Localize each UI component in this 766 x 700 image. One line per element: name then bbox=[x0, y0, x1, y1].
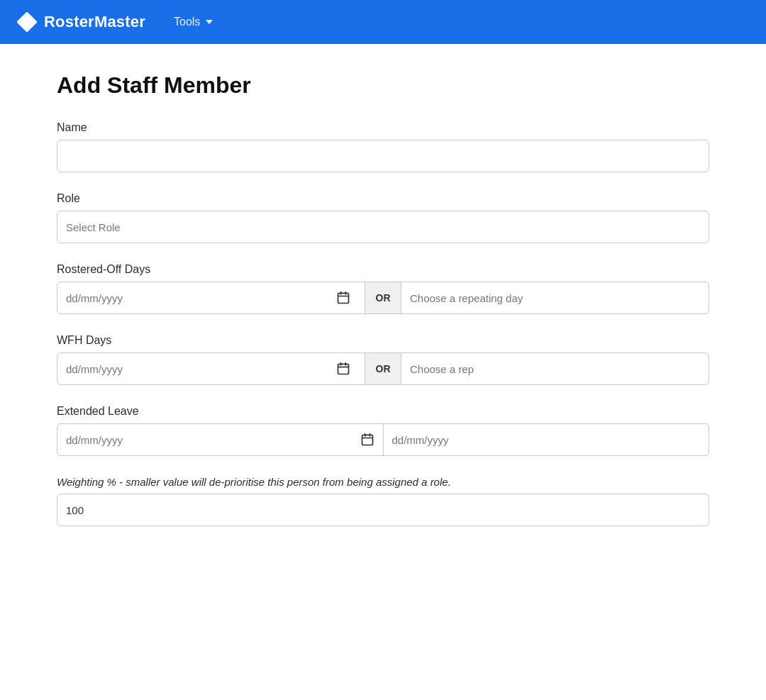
extended-start-input[interactable] bbox=[66, 434, 360, 446]
weighting-group: Weighting % - smaller value will de-prio… bbox=[57, 476, 709, 526]
extended-end-input[interactable] bbox=[392, 434, 701, 446]
svg-rect-2 bbox=[338, 364, 349, 374]
role-label: Role bbox=[57, 192, 709, 205]
logo-icon bbox=[17, 12, 37, 32]
wfh-repeating-input[interactable] bbox=[401, 363, 709, 375]
svg-rect-1 bbox=[338, 293, 349, 303]
header-nav: Tools bbox=[168, 13, 218, 31]
rostered-date-wrapper bbox=[57, 291, 365, 305]
main-content: Add Staff Member Name Role Select Role R… bbox=[0, 44, 766, 574]
extended-leave-group: Extended Leave bbox=[57, 405, 709, 456]
tools-menu[interactable]: Tools bbox=[168, 13, 218, 31]
rostered-date-input[interactable] bbox=[66, 292, 336, 304]
app-header: RosterMaster Tools bbox=[0, 0, 766, 44]
logo-container: RosterMaster bbox=[17, 12, 145, 32]
weighting-label: Weighting % - smaller value will de-prio… bbox=[57, 476, 709, 488]
weighting-input[interactable] bbox=[57, 494, 709, 526]
extended-end-wrapper bbox=[384, 434, 709, 446]
extended-start-wrapper bbox=[57, 433, 383, 447]
rostered-off-group: Rostered-Off Days OR bbox=[57, 263, 709, 314]
rostered-repeating-input[interactable] bbox=[401, 292, 709, 304]
wfh-calendar-icon[interactable] bbox=[336, 362, 350, 376]
role-select[interactable]: Select Role bbox=[57, 211, 709, 243]
wfh-row: OR bbox=[57, 352, 709, 385]
extended-start-calendar-icon[interactable] bbox=[360, 433, 374, 447]
wfh-date-input[interactable] bbox=[66, 363, 336, 375]
rostered-off-row: OR bbox=[57, 282, 709, 314]
wfh-date-wrapper bbox=[57, 362, 365, 376]
tools-label: Tools bbox=[174, 16, 200, 28]
name-input[interactable] bbox=[57, 140, 709, 172]
wfh-group: WFH Days OR bbox=[57, 334, 709, 385]
name-label: Name bbox=[57, 121, 709, 134]
wfh-label: WFH Days bbox=[57, 334, 709, 347]
rostered-calendar-icon[interactable] bbox=[336, 291, 350, 305]
rostered-or-divider: OR bbox=[365, 282, 401, 313]
role-field-group: Role Select Role bbox=[57, 192, 709, 243]
extended-leave-label: Extended Leave bbox=[57, 405, 709, 418]
name-field-group: Name bbox=[57, 121, 709, 172]
wfh-or-divider: OR bbox=[365, 353, 401, 384]
extended-leave-row bbox=[57, 423, 709, 456]
svg-rect-3 bbox=[362, 435, 372, 445]
svg-rect-0 bbox=[17, 12, 37, 32]
rostered-off-label: Rostered-Off Days bbox=[57, 263, 709, 276]
tools-chevron-icon bbox=[206, 20, 213, 24]
page-title: Add Staff Member bbox=[57, 72, 709, 99]
brand-name: RosterMaster bbox=[44, 13, 145, 31]
